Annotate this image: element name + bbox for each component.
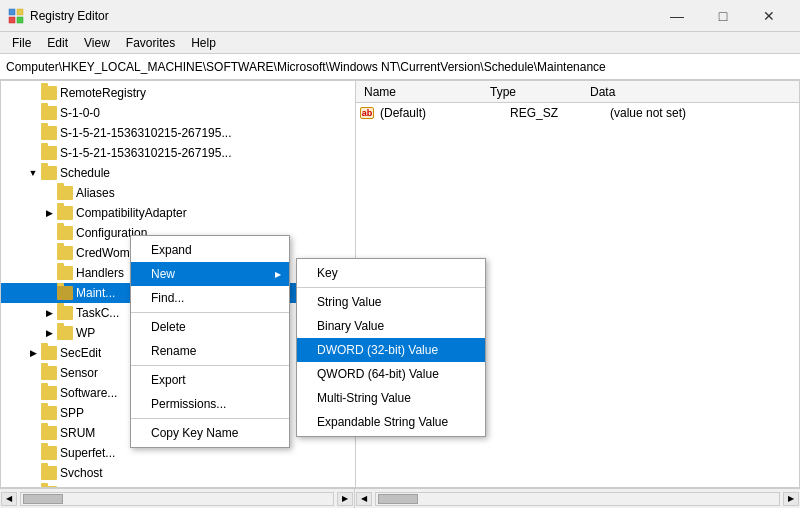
expand-icon <box>25 425 41 441</box>
menu-edit[interactable]: Edit <box>39 34 76 52</box>
tree-label: Handlers <box>76 266 124 280</box>
folder-icon <box>57 246 73 260</box>
ctx-expand[interactable]: Expand <box>131 238 289 262</box>
tree-item[interactable]: Svchost <box>1 463 355 483</box>
sub-dword-value[interactable]: DWORD (32-bit) Value <box>297 338 485 362</box>
menu-favorites[interactable]: Favorites <box>118 34 183 52</box>
ctx-copy-key[interactable]: Copy Key Name <box>131 421 289 445</box>
right-hscroll-track <box>375 492 780 506</box>
tree-label: CredWom <box>76 246 130 260</box>
expand-icon: ▼ <box>25 165 41 181</box>
tree-label: Svchost <box>60 466 103 480</box>
tree-item[interactable]: RemoteRegistry <box>1 83 355 103</box>
col-data: Data <box>590 85 795 99</box>
expand-icon <box>25 465 41 481</box>
minimize-button[interactable]: — <box>654 0 700 32</box>
tree-item[interactable]: ▶ CompatibilityAdapter <box>1 203 355 223</box>
svg-rect-1 <box>17 9 23 15</box>
ctx-new-arrow: ▶ <box>275 270 281 279</box>
tree-label: S-1-5-21-1536310215-267195... <box>60 126 231 140</box>
tree-label: SystemRestore <box>60 486 142 487</box>
expand-icon <box>25 365 41 381</box>
folder-icon <box>57 266 73 280</box>
right-pane-header: Name Type Data <box>356 81 799 103</box>
folder-icon <box>57 286 73 300</box>
submenu: Key String Value Binary Value DWORD (32-… <box>296 258 486 437</box>
titlebar: Registry Editor — □ ✕ <box>0 0 800 32</box>
right-hscroll-thumb[interactable] <box>378 494 418 504</box>
context-menu: Expand New ▶ Find... Delete Rename Expor… <box>130 235 290 448</box>
tree-label: SRUM <box>60 426 95 440</box>
window-controls: — □ ✕ <box>654 0 792 32</box>
expand-icon <box>25 85 41 101</box>
sub-separator-1 <box>297 287 485 288</box>
scroll-right-arrow[interactable]: ▶ <box>337 492 353 506</box>
registry-row[interactable]: ab (Default) REG_SZ (value not set) <box>356 103 799 123</box>
expand-icon <box>25 125 41 141</box>
left-scrollbar: ◀ ▶ <box>0 489 355 508</box>
expand-icon <box>41 265 57 281</box>
sub-multi-string-value[interactable]: Multi-String Value <box>297 386 485 410</box>
scroll-left-arrow[interactable]: ◀ <box>1 492 17 506</box>
expand-icon: ▶ <box>25 345 41 361</box>
expand-icon <box>25 405 41 421</box>
right-scrollbar: ◀ ▶ <box>355 489 800 508</box>
expand-icon <box>25 145 41 161</box>
ctx-export[interactable]: Export <box>131 368 289 392</box>
ctx-delete[interactable]: Delete <box>131 315 289 339</box>
expand-icon <box>25 445 41 461</box>
tree-label: Maint... <box>76 286 115 300</box>
folder-icon <box>41 106 57 120</box>
sub-key[interactable]: Key <box>297 261 485 285</box>
address-text[interactable]: Computer\HKEY_LOCAL_MACHINE\SOFTWARE\Mic… <box>6 60 794 74</box>
ctx-separator-1 <box>131 312 289 313</box>
addressbar: Computer\HKEY_LOCAL_MACHINE\SOFTWARE\Mic… <box>0 54 800 80</box>
folder-icon <box>57 306 73 320</box>
folder-icon <box>41 366 57 380</box>
menu-help[interactable]: Help <box>183 34 224 52</box>
tree-label: RemoteRegistry <box>60 86 146 100</box>
ctx-rename[interactable]: Rename <box>131 339 289 363</box>
menu-view[interactable]: View <box>76 34 118 52</box>
close-button[interactable]: ✕ <box>746 0 792 32</box>
folder-icon <box>41 146 57 160</box>
sub-string-value[interactable]: String Value <box>297 290 485 314</box>
menu-file[interactable]: File <box>4 34 39 52</box>
ctx-permissions[interactable]: Permissions... <box>131 392 289 416</box>
expand-icon: ▶ <box>41 205 57 221</box>
scroll-right-left-arrow[interactable]: ◀ <box>356 492 372 506</box>
tree-item[interactable]: Aliases <box>1 183 355 203</box>
tree-item[interactable]: SystemRestore <box>1 483 355 487</box>
tree-label: SecEdit <box>60 346 101 360</box>
folder-icon <box>57 326 73 340</box>
svg-rect-0 <box>9 9 15 15</box>
tree-label: S-1-0-0 <box>60 106 100 120</box>
sub-expandable-string-value[interactable]: Expandable String Value <box>297 410 485 434</box>
tree-label: Aliases <box>76 186 115 200</box>
expand-icon: ▶ <box>41 325 57 341</box>
tree-label: Sensor <box>60 366 98 380</box>
folder-icon <box>41 386 57 400</box>
maximize-button[interactable]: □ <box>700 0 746 32</box>
tree-item[interactable]: S-1-5-21-1536310215-267195... <box>1 123 355 143</box>
value-type: REG_SZ <box>510 106 610 120</box>
tree-item[interactable]: S-1-0-0 <box>1 103 355 123</box>
left-hscroll-thumb[interactable] <box>23 494 63 504</box>
sub-qword-value[interactable]: QWORD (64-bit) Value <box>297 362 485 386</box>
registry-value-icon: ab <box>360 106 376 120</box>
folder-icon <box>57 186 73 200</box>
tree-item[interactable]: ▼ Schedule <box>1 163 355 183</box>
folder-icon <box>41 126 57 140</box>
scroll-right-right-arrow[interactable]: ▶ <box>783 492 799 506</box>
value-name: (Default) <box>380 106 510 120</box>
ctx-find[interactable]: Find... <box>131 286 289 310</box>
tree-label: Software... <box>60 386 117 400</box>
tree-item[interactable]: S-1-5-21-1536310215-267195... <box>1 143 355 163</box>
ctx-new[interactable]: New ▶ <box>131 262 289 286</box>
folder-icon <box>41 86 57 100</box>
expand-icon: ▶ <box>41 305 57 321</box>
sub-binary-value[interactable]: Binary Value <box>297 314 485 338</box>
folder-icon <box>41 406 57 420</box>
tree-label: CompatibilityAdapter <box>76 206 187 220</box>
tree-label: SPP <box>60 406 84 420</box>
